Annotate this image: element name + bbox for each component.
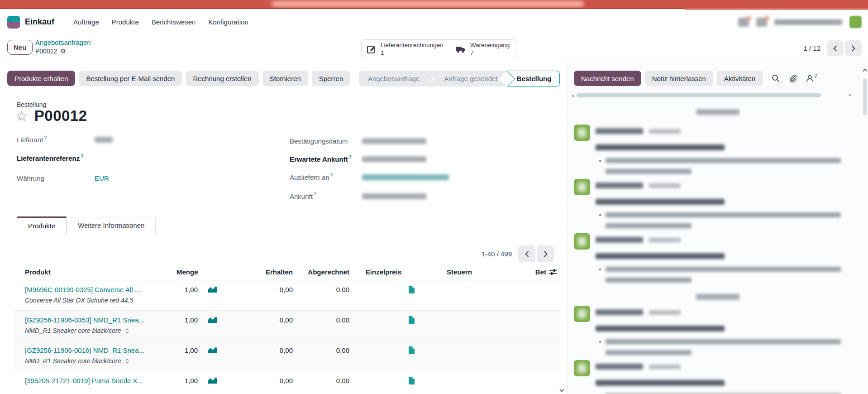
cell-erhalten[interactable]: 0,00 [224,316,293,324]
nav-item-konfiguration[interactable]: Konfiguration [202,14,254,29]
drag-handle-icon[interactable] [16,287,20,294]
status-step-anfrage-gesendet[interactable]: Anfrage gesendet [435,71,506,86]
cancel-button[interactable]: Stornieren [262,71,308,86]
chatter-message-blurred[interactable] [574,125,859,178]
nav-item-produkte[interactable]: Produkte [105,14,145,29]
chatter-vertical-scrollbar[interactable] [862,68,868,394]
log-note-button[interactable]: Notiz hinterlassen [645,71,713,86]
field-value-ausliefern-an-blurred[interactable] [362,174,449,180]
company-name-blurred[interactable] [774,19,842,25]
optional-columns-icon[interactable] [546,269,560,275]
status-step-angebotsanfrage[interactable]: Angebotsanfrage [359,71,429,86]
cell-abgerechnet[interactable]: 0,00 [293,316,349,324]
drag-handle-icon[interactable] [16,317,20,324]
chatter-panel: Nachricht senden Notiz hinterlassen Akti… [567,62,868,394]
table-row[interactable]: [GZ9256-11906-0353] NMD_R1 Snea... NMD_R… [14,311,560,341]
gear-icon[interactable]: ⚙ [60,48,66,55]
forecast-chart-icon[interactable] [198,346,224,353]
pricelist-doc-icon[interactable] [401,316,425,324]
attachments-paperclip-icon[interactable] [789,74,797,82]
lock-button[interactable]: Sperren [312,71,350,86]
cell-menge[interactable]: 1,00 [176,346,198,354]
send-by-email-button[interactable]: Bestellung per E-Mail senden [79,71,182,86]
tab-produkte[interactable]: Produkte [17,216,67,234]
header-betrag-truncated[interactable]: Bet [493,268,546,276]
nav-item-berichtswesen[interactable]: Berichtswesen [145,14,202,29]
scroll-left-icon[interactable]: ‹ [572,92,574,99]
pricelist-doc-icon[interactable] [401,346,425,354]
chatter-message-blurred[interactable] [574,179,859,232]
search-messages-icon[interactable] [772,74,780,82]
cell-menge[interactable]: 1,00 [176,316,198,324]
table-row[interactable]: [395205-21721-0019] Puma Suede X... 1,00… [14,371,560,393]
header-produkt[interactable]: Produkt [25,268,176,276]
forecast-chart-icon[interactable] [198,286,224,293]
new-button[interactable]: Neu [7,40,33,55]
scroll-right-icon[interactable]: › [849,91,851,98]
app-name[interactable]: Einkauf [25,17,54,27]
drag-handle-icon[interactable] [16,378,20,385]
breadcrumb-angebotsanfragen[interactable]: Angebotsanfragen [35,38,91,46]
messages-icon-blurred[interactable] [738,18,749,27]
cell-abgerechnet[interactable]: 0,00 [293,377,349,384]
app-logo[interactable] [7,16,20,29]
activities-icon-blurred[interactable] [756,18,767,27]
receive-products-button[interactable]: Produkte erhalten [7,71,75,86]
systray [738,10,862,34]
field-value-waehrung[interactable]: EUR [95,174,109,182]
field-value-bestaetigungsdatum-blurred[interactable] [362,138,426,144]
user-avatar[interactable] [849,16,862,28]
list-pager-previous-button[interactable] [518,245,535,262]
list-pager-next-button[interactable] [537,245,554,262]
vendor-bills-button[interactable]: Lieferantenrechnungen 1 [361,39,450,59]
header-abgerechnet[interactable]: Abgerechnet [293,268,349,276]
cell-erhalten[interactable]: 0,00 [224,286,293,293]
product-link[interactable]: [GZ9256-11906-0016] NMD_R1 Snea... [25,346,176,354]
header-erhalten[interactable]: Erhalten [224,268,293,276]
forecast-chart-icon[interactable] [198,316,224,323]
pager-previous-button[interactable] [827,40,844,56]
receipt-button[interactable]: Wareneingang 7 [450,39,516,59]
pricelist-doc-icon[interactable] [401,286,425,293]
pricelist-doc-icon[interactable] [401,377,425,384]
header-einzelpreis[interactable]: Einzelpreis [349,268,401,276]
pager-next-button[interactable] [845,40,862,56]
product-link[interactable]: [GZ9256-11906-0353] NMD_R1 Snea... [25,316,176,324]
chatter-message-blurred[interactable] [574,233,859,287]
scrollbar-track[interactable] [577,93,821,97]
chatter-horizontal-scrollbar[interactable]: ‹ › [572,92,857,99]
forecast-chart-icon[interactable] [198,377,224,384]
cell-menge[interactable]: 1,00 [176,286,198,293]
expand-stepper-icon[interactable] [125,328,129,333]
drag-handle-icon[interactable] [16,348,20,355]
cell-erhalten[interactable]: 0,00 [224,377,293,384]
chatter-message-blurred[interactable] [574,360,859,394]
cell-erhalten[interactable]: 0,00 [224,346,293,354]
activities-button[interactable]: Aktivitäten [717,71,763,86]
send-message-button[interactable]: Nachricht senden [574,71,641,86]
followers-icon[interactable]: 2 [806,74,817,82]
header-menge[interactable]: Menge [176,268,198,276]
create-bill-button[interactable]: Rechnung erstellen [186,71,258,86]
product-link[interactable]: [M9696C-00199-0325] Converse All ... [25,286,176,293]
product-link[interactable]: [395205-21721-0019] Puma Suede X... [25,377,176,384]
status-step-bestellung-active[interactable]: Bestellung [507,71,560,86]
field-value-lieferant-blurred[interactable] [95,137,113,143]
field-value-ankunft-blurred[interactable] [362,193,426,199]
field-value-erwartete-ankunft-blurred[interactable] [362,156,426,162]
message-body-blurred [606,158,841,163]
chatter-message-blurred[interactable] [574,306,859,359]
scrollbar-thumb[interactable] [863,78,867,115]
cell-abgerechnet[interactable]: 0,00 [293,286,349,293]
expand-stepper-icon[interactable] [125,359,129,364]
cell-abgerechnet[interactable]: 0,00 [293,346,349,354]
favorite-star-icon[interactable]: ☆ [15,109,28,123]
nav-item-auftraege[interactable]: Aufträge [67,14,105,29]
table-row[interactable]: [M9696C-00199-0325] Converse All ... Con… [14,280,560,311]
table-row[interactable]: [GZ9256-11906-0016] NMD_R1 Snea... NMD_R… [14,341,560,371]
main-scrollbar-down-arrow[interactable] [559,389,566,392]
tab-weitere-informationen[interactable]: Weitere Informationen [67,217,156,234]
cell-menge[interactable]: 1,00 [176,377,198,384]
action-buttons: Produkte erhalten Bestellung per E-Mail … [7,71,350,86]
header-steuern[interactable]: Steuern [425,268,493,276]
